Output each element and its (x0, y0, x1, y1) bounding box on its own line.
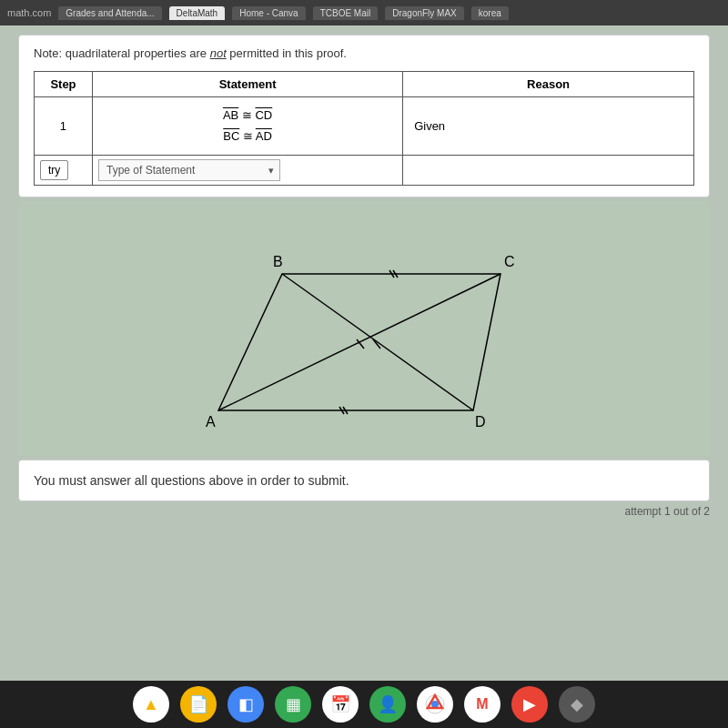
col-reason: Reason (403, 72, 694, 97)
tab-grades[interactable]: Grades and Attenda... (58, 6, 161, 20)
vertex-d-label: D (475, 414, 486, 430)
vertex-b-label: B (273, 254, 283, 269)
google-meet-icon[interactable]: 👤 (369, 686, 406, 723)
google-sheets-icon[interactable]: ▦ (275, 686, 311, 723)
try-button-cell[interactable]: try (35, 155, 93, 185)
proof-table: Step Statement Reason 1 AB ≅ CD BC ≅ AD … (34, 71, 694, 186)
type-statement-label: Type of Statement (106, 164, 195, 177)
browser-bar: math.com Grades and Attenda... DeltaMath… (0, 0, 728, 25)
type-statement-dropdown[interactable]: Type of Statement ▾ (98, 159, 280, 181)
taskbar: ▲ 📄 ◧ ▦ 📅 👤 M ▶ ◆ (0, 681, 728, 728)
chrome-icon[interactable] (417, 686, 453, 723)
tab-canva[interactable]: Home - Canva (232, 6, 305, 20)
diagram-area: B C A D (18, 201, 710, 456)
reason-cell: Given (403, 97, 694, 156)
vertex-c-label: C (504, 254, 515, 269)
try-button[interactable]: try (40, 160, 68, 180)
tab-korea[interactable]: korea (471, 6, 509, 20)
statement-line-1: AB ≅ CD (223, 108, 272, 122)
type-statement-cell[interactable]: Type of Statement ▾ (92, 155, 402, 185)
submit-message: You must answer all questions above in o… (34, 473, 694, 488)
bottom-card: You must answer all questions above in o… (18, 460, 710, 501)
android-icon[interactable]: ◆ (559, 686, 595, 723)
statement-cell: AB ≅ CD BC ≅ AD (92, 97, 402, 156)
svg-rect-0 (18, 201, 710, 456)
statement-line-2: BC ≅ AD (223, 129, 272, 143)
google-docs-icon[interactable]: 📄 (180, 686, 217, 723)
google-drive-icon[interactable]: ▲ (133, 686, 169, 723)
dropdown-arrow-icon: ▾ (268, 164, 274, 176)
tab-tcboe[interactable]: TCBOE Mail (313, 6, 379, 20)
url-display: math.com (7, 7, 51, 18)
vertex-a-label: A (206, 414, 216, 430)
col-statement: Statement (92, 72, 402, 97)
gmail-icon[interactable]: M (464, 686, 500, 723)
google-calendar-icon[interactable]: 📅 (322, 686, 359, 723)
table-row: 1 AB ≅ CD BC ≅ AD Given (35, 97, 694, 156)
try-reason-cell (403, 155, 694, 185)
note-text: Note: quadrilateral properties are not p… (34, 46, 694, 60)
content-card: Note: quadrilateral properties are not p… (18, 35, 710, 197)
play-icon[interactable]: ▶ (511, 686, 548, 723)
attempt-info: attempt 1 out of 2 (18, 505, 710, 518)
google-slides-icon[interactable]: ◧ (228, 686, 264, 723)
tab-dragonfly[interactable]: DragonFly MAX (385, 6, 464, 20)
main-area: Note: quadrilateral properties are not p… (0, 25, 728, 703)
col-step: Step (35, 72, 93, 97)
geometry-diagram: B C A D (18, 201, 710, 456)
step-number: 1 (35, 97, 93, 156)
try-row: try Type of Statement ▾ (35, 155, 694, 185)
tab-deltamath[interactable]: DeltaMath (169, 6, 226, 20)
